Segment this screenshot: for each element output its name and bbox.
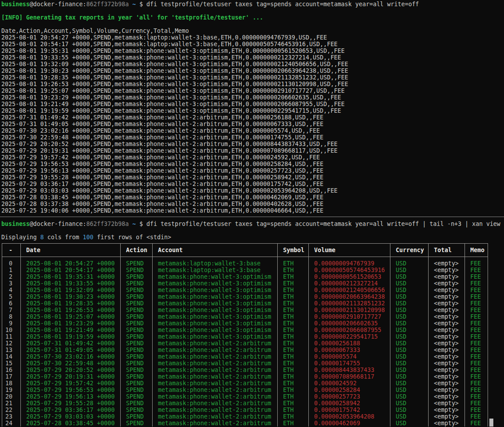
- cell-date: 2025-07-30 22:59:48 +0000: [21, 360, 121, 367]
- table-header-row: - Date Action Account Symbol Volume Curr…: [2, 244, 488, 257]
- cell-action: SPEND: [121, 257, 153, 267]
- blank-line: [1, 8, 504, 14]
- cell-volume: 0.00000256188: [309, 340, 390, 347]
- cell-volume: 0.00000002066087955: [309, 327, 390, 333]
- table-row: 192025-07-29 19:56:53 +0000SPENDmetamask…: [2, 387, 488, 393]
- cell-action: SPEND: [121, 407, 153, 413]
- cell-action: SPEND: [121, 340, 153, 347]
- pane-separator-line: [0, 217, 504, 217]
- cell-action: SPEND: [121, 347, 153, 353]
- cell-memo: FEE: [465, 273, 488, 280]
- cell-action: SPEND: [121, 327, 153, 333]
- displaying-status-line: Displaying 8 cols from 100 first rows of…: [1, 234, 504, 241]
- cell-index: 22: [2, 407, 21, 413]
- displaying-source: <stdin>: [146, 234, 171, 241]
- cell-symbol: ETH: [278, 307, 309, 313]
- cell-account: metamask:phone:wallet-2:arbitrum: [153, 373, 278, 380]
- cell-account: metamask:phone:wallet-2:arbitrum: [153, 353, 278, 360]
- cell-account: metamask:phone:wallet-3:optimism: [153, 300, 278, 307]
- cell-index: 8: [2, 313, 21, 320]
- cell-total: <empty>: [429, 373, 465, 380]
- cell-symbol: ETH: [278, 340, 309, 347]
- column-header-account: Account: [153, 244, 278, 257]
- cell-symbol: ETH: [278, 313, 309, 320]
- column-header-index: -: [2, 244, 21, 257]
- csv-line: 2025-08-01 19:35:31 +0000,SPEND,metamask…: [1, 47, 504, 54]
- cell-volume: 0.00000258284: [309, 387, 390, 393]
- csv-line: 2025-07-31 01:49:05 +0000,SPEND,metamask…: [1, 121, 504, 127]
- cell-total: <empty>: [429, 400, 465, 407]
- table-row: 22025-08-01 19:35:31 +0000SPENDmetamask:…: [2, 273, 488, 280]
- csv-line: 2025-08-01 19:21:49 +0000,SPEND,metamask…: [1, 101, 504, 107]
- cell-symbol: ETH: [278, 347, 309, 353]
- cell-date: 2025-08-01 19:21:49 +0000: [21, 327, 121, 333]
- cell-date: 2025-07-29 19:56:53 +0000: [21, 387, 121, 393]
- cell-symbol: ETH: [278, 367, 309, 373]
- csv-line: 2025-07-29 19:55:28 +0000,SPEND,metamask…: [1, 174, 504, 181]
- csv-line: 2025-08-01 19:33:55 +0000,SPEND,metamask…: [1, 54, 504, 61]
- cell-total: <empty>: [429, 380, 465, 387]
- csv-line: 2025-08-01 19:30:23 +0000,SPEND,metamask…: [1, 67, 504, 74]
- table-row: 242025-07-28 03:38:45 +0000SPENDmetamask…: [2, 420, 488, 427]
- cell-action: SPEND: [121, 420, 153, 427]
- cell-date: 2025-08-01 19:35:31 +0000: [21, 273, 121, 280]
- cell-date: 2025-08-01 19:32:09 +0000: [21, 287, 121, 293]
- cell-action: SPEND: [121, 373, 153, 380]
- cell-action: SPEND: [121, 387, 153, 393]
- column-header-memo: Memo: [465, 244, 488, 257]
- terminal-window[interactable]: business@docker-finance:862ff372b98a ~ $…: [0, 0, 504, 427]
- cell-memo: FEE: [465, 340, 488, 347]
- cell-symbol: ETH: [278, 380, 309, 387]
- cell-currency: USD: [390, 340, 429, 347]
- cell-symbol: ETH: [278, 287, 309, 293]
- cell-memo: FEE: [465, 320, 488, 327]
- table-row: 72025-08-01 19:26:53 +0000SPENDmetamask:…: [2, 307, 488, 313]
- cell-index: 20: [2, 393, 21, 400]
- cell-account: metamask:phone:wallet-3:optimism: [153, 307, 278, 313]
- cell-memo: FEE: [465, 360, 488, 367]
- cell-date: 2025-08-01 20:54:17 +0000: [21, 267, 121, 273]
- cell-action: SPEND: [121, 287, 153, 293]
- csv-line: 2025-08-01 20:54:27 +0000,SPEND,metamask…: [1, 34, 504, 41]
- cell-account: metamask:phone:wallet-3:optimism: [153, 280, 278, 287]
- table-row: 42025-08-01 19:32:09 +0000SPENDmetamask:…: [2, 287, 488, 293]
- cell-volume: 0.00000000561520653: [309, 273, 390, 280]
- cell-date: 2025-07-29 19:56:13 +0000: [21, 393, 121, 400]
- cell-total: <empty>: [429, 347, 465, 353]
- csv-line: 2025-07-29 20:20:52 +0000,SPEND,metamask…: [1, 141, 504, 147]
- cell-date: 2025-07-31 01:49:42 +0000: [21, 340, 121, 347]
- cell-volume: 0.000000021240506656: [309, 287, 390, 293]
- csv-line: 2025-07-30 23:02:16 +0000,SPEND,metamask…: [1, 127, 504, 134]
- cell-volume: 0.00000067333: [309, 347, 390, 353]
- cell-total: <empty>: [429, 413, 465, 420]
- csv-line: 2025-07-29 20:19:31 +0000,SPEND,metamask…: [1, 147, 504, 154]
- cell-index: 5: [2, 293, 21, 300]
- cell-symbol: ETH: [278, 333, 309, 340]
- prompt-cwd: ~: [129, 1, 139, 8]
- cell-account: metamask:phone:wallet-2:arbitrum: [153, 340, 278, 347]
- cell-memo: FEE: [465, 267, 488, 273]
- cell-volume: 0.0000005574: [309, 353, 390, 360]
- table-row: 212025-07-29 19:55:28 +0000SPENDmetamask…: [2, 400, 488, 407]
- cell-action: SPEND: [121, 273, 153, 280]
- cell-currency: USD: [390, 267, 429, 273]
- cell-volume: 0.000000021132851232: [309, 300, 390, 307]
- terminal-cursor: [489, 419, 493, 427]
- prompt-host: @docker-finance:: [30, 221, 87, 227]
- cell-currency: USD: [390, 327, 429, 333]
- terminal-output: business@docker-finance:862ff372b98a ~ $…: [1, 1, 504, 241]
- cell-total: <empty>: [429, 307, 465, 313]
- cell-account: metamask:phone:wallet-3:optimism: [153, 313, 278, 320]
- table-row: 32025-08-01 19:33:55 +0000SPENDmetamask:…: [2, 280, 488, 287]
- cell-currency: USD: [390, 400, 429, 407]
- cell-volume: 0.0000000206602635: [309, 320, 390, 327]
- cell-action: SPEND: [121, 413, 153, 420]
- cell-total: <empty>: [429, 313, 465, 320]
- cell-memo: FEE: [465, 393, 488, 400]
- cell-account: metamask:phone:wallet-2:arbitrum: [153, 420, 278, 427]
- cell-currency: USD: [390, 393, 429, 400]
- blank-line: [1, 227, 504, 234]
- prompt-user: business: [1, 1, 30, 8]
- cell-account: metamask:phone:wallet-2:arbitrum: [153, 387, 278, 393]
- cell-total: <empty>: [429, 300, 465, 307]
